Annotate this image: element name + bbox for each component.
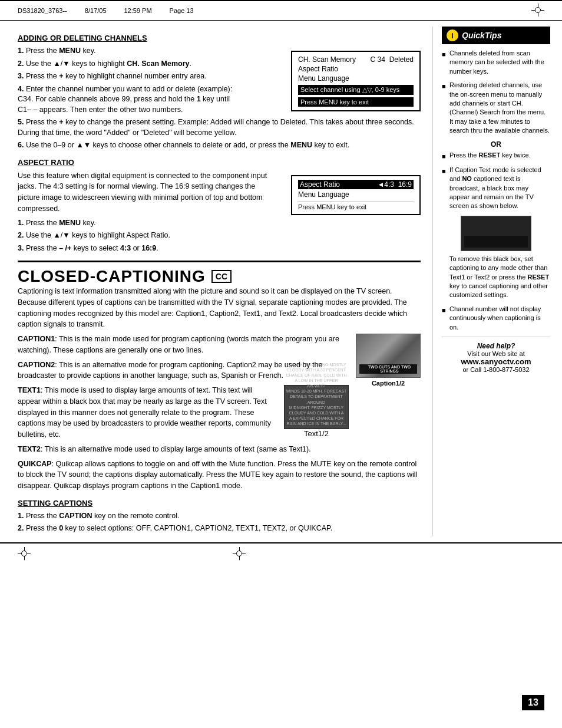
- step-5: 5. Press the + key to change the present…: [18, 117, 421, 138]
- caption1-title: CAPTION1: [18, 335, 55, 343]
- step-3: 3. Press the + key to highlight channel …: [18, 71, 238, 82]
- qt-blackbox-container: [442, 216, 550, 251]
- top-bar: DS31820_3763-- 8/17/05 12:59 PM Page 13: [0, 0, 562, 21]
- setting-captions-steps: 1. Press the CAPTION key on the remote c…: [18, 511, 421, 534]
- need-help-section: Need help? Visit our Web site at www.san…: [442, 337, 550, 373]
- sc-step-2: 2. Press the 0 key to select options: OF…: [18, 523, 421, 534]
- cc-badge: CC: [211, 270, 232, 283]
- menu-ch-scan-label: CH. Scan Memory: [298, 55, 356, 64]
- qt-blackbox-image: [461, 216, 531, 251]
- ar-step-1: 1. Press the MENU key.: [18, 218, 279, 229]
- qt-bullet-5: [442, 256, 447, 300]
- step-1: 1. Press the MENU key.: [18, 46, 238, 57]
- need-help-title: Need help?: [442, 342, 550, 350]
- qt-text-3: Press the RESET key twice.: [449, 151, 531, 161]
- qt-item-6: ■ Channel number will not display contin…: [442, 305, 550, 332]
- aspect-menu-value: ◄4:3 16:9: [377, 180, 412, 189]
- aspect-menu-language: Menu Language: [298, 190, 349, 199]
- caption1-image: TWO CUTS AND TWO STRINGS: [356, 334, 421, 378]
- qt-item-2: ■ Restoring deleted channels, use the on…: [442, 81, 550, 135]
- step-4: 4. Enter the channel number you want to …: [18, 84, 238, 116]
- cc-intro: Captioning is text information transmitt…: [18, 286, 421, 330]
- qt-text-5: To remove this black box, set captioning…: [449, 255, 550, 300]
- aspect-menu-box: Aspect Ratio ◄4:3 16:9 Menu Language Pre…: [291, 175, 421, 215]
- qt-item-4: ■ If Caption Text mode is selected and N…: [442, 166, 550, 211]
- qt-text-2: Restoring deleted channels, use the on-s…: [449, 81, 550, 135]
- aspect-menu-row-2: Menu Language: [298, 190, 414, 199]
- menu-row-aspect: Aspect Ratio: [298, 65, 414, 73]
- qt-text-4: If Caption Text mode is selected and NO …: [449, 166, 550, 211]
- doc-page: Page 13: [170, 7, 194, 14]
- text2-text: TEXT2: This is an alternative mode used …: [18, 444, 421, 455]
- text2-image: TONIGHT BECOMING MOSTLY CLOUDY WITH A 30…: [284, 385, 349, 429]
- menu-ch-scan-value: C 34 Deleted: [368, 55, 414, 64]
- menu-row-language: Menu Language: [298, 74, 414, 83]
- qt-bullet-1: ■: [442, 50, 447, 76]
- adding-deleting-steps: 1. Press the MENU key. 2. Use the ▲/▼ ke…: [18, 46, 238, 115]
- aspect-menu-row-1: Aspect Ratio ◄4:3 16:9: [298, 180, 414, 189]
- ch-scan-menu-box: CH. Scan Memory C 34 Deleted Aspect Rati…: [291, 51, 421, 111]
- caption1-image-block: TWO CUTS AND TWO STRINGS Caption1/2: [356, 334, 421, 387]
- menu-aspect-label: Aspect Ratio: [298, 65, 338, 73]
- closed-captioning-section: CLOSED-CAPTIONING CC: [18, 261, 421, 286]
- main-content: ADDING OR DELETING CHANNELS 1. Press the…: [0, 21, 562, 542]
- need-help-line1: Visit our Web site at: [442, 350, 550, 357]
- text1-title: TEXT1: [18, 386, 41, 394]
- step-6: 6. Use the 0–9 or ▲▼ keys to choose othe…: [18, 140, 421, 151]
- aspect-ratio-section: ASPECT RATIO Use this feature when digit…: [18, 158, 421, 256]
- quikcap-text: QUIKCAP: Quikcap allows captions to togg…: [18, 459, 421, 492]
- caption1-block: TWO CUTS AND TWO STRINGS Caption1/2 CAPT…: [18, 334, 421, 381]
- step-2: 2. Use the ▲/▼ keys to highlight CH. Sca…: [18, 59, 238, 70]
- bottom-bar: [0, 542, 562, 565]
- adding-deleting-title: ADDING OR DELETING CHANNELS: [18, 34, 421, 42]
- aspect-ratio-title: ASPECT RATIO: [18, 158, 421, 167]
- menu-instruction-1: Select channel using △▽, 0-9 keys: [298, 85, 414, 95]
- adding-deleting-steps-2: 5. Press the + key to change the present…: [18, 117, 421, 151]
- caption2-title: CAPTION2: [18, 361, 55, 369]
- qt-bullet-3: ■: [442, 152, 447, 161]
- aspect-menu-instruction: Press MENU key to exit: [298, 201, 414, 210]
- text2-title: TEXT2: [18, 445, 41, 453]
- ar-step-3: 3. Press the – /+ keys to select 4:3 or …: [18, 243, 279, 254]
- quicktips-title: QuickTips: [462, 31, 501, 40]
- ar-step-2: 2. Use the ▲/▼ keys to highlight Aspect …: [18, 230, 279, 241]
- crosshair-bottom-center: [233, 554, 246, 562]
- aspect-menu-label: Aspect Ratio: [300, 180, 340, 189]
- quicktips-header: i QuickTips: [442, 27, 550, 44]
- need-help-line2: or Call 1-800-877-5032: [442, 366, 550, 373]
- menu-instruction-2: Press MENU key to exit: [298, 97, 414, 107]
- crosshair-bottom-left: [18, 554, 233, 562]
- setting-captions-section: SETTING CAPTIONS 1. Press the CAPTION ke…: [18, 499, 421, 534]
- adding-deleting-section: ADDING OR DELETING CHANNELS 1. Press the…: [18, 34, 421, 151]
- qt-item-1: ■ Channels deleted from scan memory can …: [442, 49, 550, 76]
- text2-img-label: Text1/2: [284, 429, 349, 438]
- right-column: i QuickTips ■ Channels deleted from scan…: [432, 27, 550, 536]
- crosshair-top-right: [531, 4, 544, 18]
- qt-or-divider: OR: [442, 140, 550, 149]
- qt-item-5: To remove this black box, set captioning…: [442, 255, 550, 300]
- page-wrapper: DS31820_3763-- 8/17/05 12:59 PM Page 13 …: [0, 0, 562, 728]
- cc-title: CLOSED-CAPTIONING: [18, 267, 206, 286]
- need-help-website: www.sanyoctv.com: [442, 357, 550, 366]
- qt-bullet-4: ■: [442, 167, 447, 211]
- doc-date: 8/17/05: [85, 7, 107, 14]
- qt-item-3: ■ Press the RESET key twice.: [442, 151, 550, 161]
- qt-bullet-6: ■: [442, 306, 447, 332]
- quikcap-title: QUIKCAP: [18, 460, 52, 468]
- qt-text-1: Channels deleted from scan memory can be…: [449, 49, 550, 76]
- text1-block: TONIGHT BECOMING MOSTLY CLOUDY WITH A 30…: [18, 385, 421, 455]
- quicktips-icon: i: [447, 29, 458, 41]
- doc-id: DS31820_3763--: [18, 7, 67, 14]
- text2-image-block: TONIGHT BECOMING MOSTLY CLOUDY WITH A 30…: [284, 385, 349, 438]
- text1-text: TEXT1: This mode is used to display larg…: [18, 385, 421, 440]
- page-number: 13: [522, 695, 544, 710]
- menu-row-ch-scan: CH. Scan Memory C 34 Deleted: [298, 55, 414, 64]
- aspect-ratio-steps: 1. Press the MENU key. 2. Use the ▲/▼ ke…: [18, 218, 279, 254]
- left-column: ADDING OR DELETING CHANNELS 1. Press the…: [18, 27, 432, 536]
- qt-blackbox-inner: [464, 236, 528, 248]
- setting-captions-title: SETTING CAPTIONS: [18, 499, 421, 508]
- caption1-img-label: Caption1/2: [356, 380, 421, 387]
- sc-step-1: 1. Press the CAPTION key on the remote c…: [18, 511, 421, 522]
- menu-language-label: Menu Language: [298, 74, 349, 83]
- qt-text-6: Channel number will not display continuo…: [449, 305, 550, 332]
